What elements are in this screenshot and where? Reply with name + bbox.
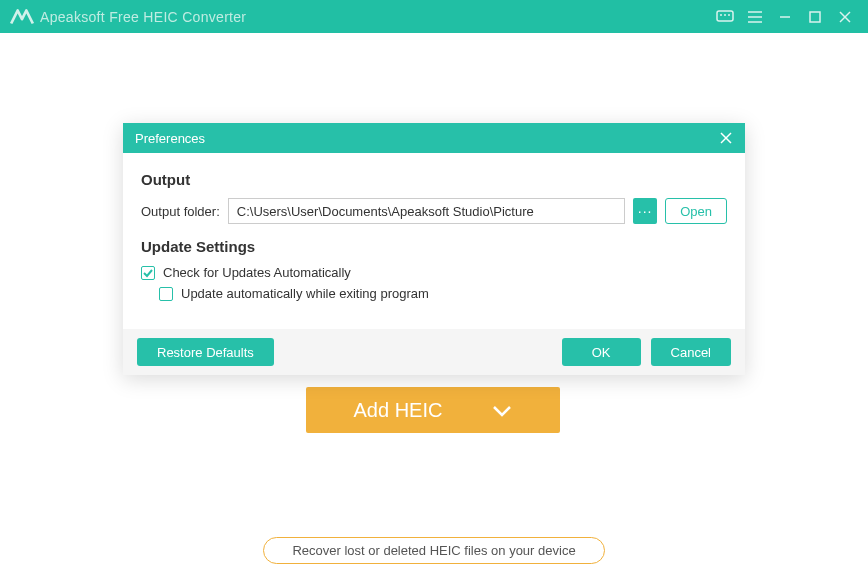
minimize-button[interactable] xyxy=(770,4,800,30)
output-folder-label: Output folder: xyxy=(141,204,220,219)
ok-button[interactable]: OK xyxy=(562,338,641,366)
restore-defaults-button[interactable]: Restore Defaults xyxy=(137,338,274,366)
checkmark-icon xyxy=(143,268,153,278)
check-updates-checkbox[interactable] xyxy=(141,266,155,280)
menu-button[interactable] xyxy=(740,4,770,30)
browse-folder-button[interactable]: ··· xyxy=(633,198,657,224)
minimize-icon xyxy=(778,10,792,24)
close-window-button[interactable] xyxy=(830,4,860,30)
titlebar: Apeaksoft Free HEIC Converter xyxy=(0,0,868,33)
app-logo-icon xyxy=(8,3,36,31)
output-folder-row: Output folder: ··· Open xyxy=(141,198,727,224)
close-icon xyxy=(719,131,733,145)
dialog-header: Preferences xyxy=(123,123,745,153)
check-updates-label: Check for Updates Automatically xyxy=(163,265,351,280)
close-icon xyxy=(838,10,852,24)
dialog-title: Preferences xyxy=(135,131,205,146)
menu-icon xyxy=(747,10,763,24)
app-title: Apeaksoft Free HEIC Converter xyxy=(40,9,246,25)
exit-update-row: Update automatically while exiting progr… xyxy=(159,286,727,301)
dialog-footer: Restore Defaults OK Cancel xyxy=(123,329,745,375)
exit-update-label: Update automatically while exiting progr… xyxy=(181,286,429,301)
preferences-dialog: Preferences Output Output folder: ··· Op… xyxy=(123,123,745,375)
feedback-button[interactable] xyxy=(710,4,740,30)
output-section-title: Output xyxy=(141,171,727,188)
svg-rect-8 xyxy=(810,12,820,22)
maximize-icon xyxy=(808,10,822,24)
dialog-body: Output Output folder: ··· Open Update Se… xyxy=(123,153,745,329)
check-updates-row: Check for Updates Automatically xyxy=(141,265,727,280)
chevron-down-icon xyxy=(492,399,512,422)
maximize-button[interactable] xyxy=(800,4,830,30)
feedback-icon xyxy=(716,10,734,24)
dialog-close-button[interactable] xyxy=(719,131,733,145)
open-folder-button[interactable]: Open xyxy=(665,198,727,224)
add-heic-label: Add HEIC xyxy=(354,399,443,422)
output-folder-input[interactable] xyxy=(228,198,625,224)
recover-files-link[interactable]: Recover lost or deleted HEIC files on yo… xyxy=(263,537,604,564)
update-section-title: Update Settings xyxy=(141,238,727,255)
cancel-button[interactable]: Cancel xyxy=(651,338,731,366)
add-heic-button[interactable]: Add HEIC xyxy=(306,387,560,433)
exit-update-checkbox[interactable] xyxy=(159,287,173,301)
